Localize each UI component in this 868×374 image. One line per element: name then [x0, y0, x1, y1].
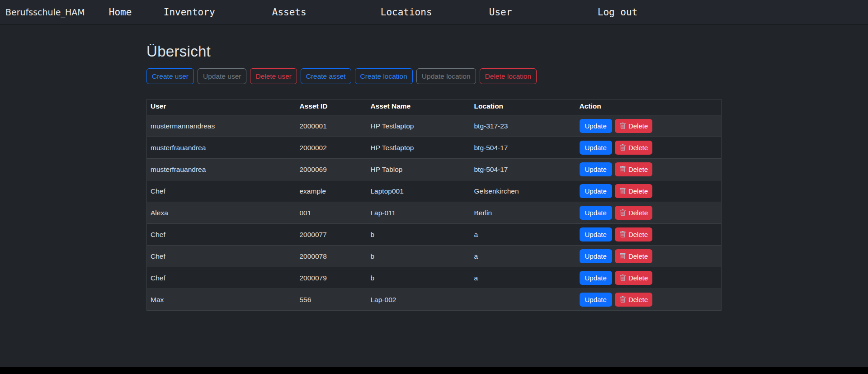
- cell-user: musterfrauandrea: [147, 137, 296, 159]
- app-background: Berufsschule_HAM HomeInventoryAssetsLoca…: [0, 0, 868, 367]
- delete-button-label: Delete: [628, 294, 648, 305]
- update-button[interactable]: Update: [580, 249, 612, 263]
- cell-location: [471, 289, 576, 311]
- cell-asset-id: 2000069: [296, 159, 367, 180]
- update-user-button[interactable]: Update user: [198, 68, 246, 84]
- nav-item-user[interactable]: User: [489, 7, 598, 18]
- cell-asset-name: HP Tablop: [367, 159, 471, 180]
- table-row: Chef2000078baUpdateDelete: [147, 246, 722, 267]
- delete-button[interactable]: Delete: [615, 227, 652, 241]
- update-button[interactable]: Update: [580, 227, 612, 241]
- nav-item-inventory[interactable]: Inventory: [164, 7, 272, 18]
- cell-asset-name: Lap-011: [367, 202, 471, 224]
- update-button[interactable]: Update: [580, 293, 612, 307]
- cell-asset-id: 2000079: [296, 267, 367, 289]
- delete-button-label: Delete: [628, 164, 648, 175]
- delete-button-label: Delete: [628, 273, 648, 283]
- cell-user: Max: [147, 289, 296, 311]
- top-navbar: Berufsschule_HAM HomeInventoryAssetsLoca…: [0, 0, 868, 25]
- cell-location: Berlin: [471, 202, 576, 224]
- cell-asset-name: Laptop001: [367, 180, 471, 202]
- nav-links: HomeInventoryAssetsLocationsUserLog out: [109, 7, 638, 18]
- cell-user: Chef: [147, 246, 296, 267]
- cell-location: a: [471, 224, 576, 246]
- cell-user: Chef: [147, 180, 296, 202]
- cell-location: a: [471, 246, 576, 267]
- cell-asset-name: HP Testlaptop: [367, 115, 471, 137]
- column-header-location: Location: [471, 99, 576, 115]
- nav-item-locations[interactable]: Locations: [381, 7, 489, 18]
- cell-location: btg-504-17: [471, 137, 576, 159]
- cell-asset-name: b: [367, 267, 471, 289]
- update-button[interactable]: Update: [580, 162, 612, 176]
- delete-button[interactable]: Delete: [615, 293, 652, 307]
- delete-button[interactable]: Delete: [615, 162, 652, 176]
- cell-action: UpdateDelete: [576, 224, 722, 246]
- action-toolbar: Create userUpdate userDelete userCreate …: [146, 68, 722, 84]
- column-header-action: Action: [576, 99, 722, 115]
- cell-asset-id: 556: [296, 289, 367, 311]
- cell-location: Gelsenkirchen: [471, 180, 576, 202]
- trash-icon: [619, 275, 626, 281]
- page-title: Übersicht: [146, 43, 722, 60]
- cell-asset-id: 001: [296, 202, 367, 224]
- cell-action: UpdateDelete: [576, 137, 722, 159]
- delete-button[interactable]: Delete: [615, 249, 652, 263]
- cell-asset-id: example: [296, 180, 367, 202]
- table-header-row: UserAsset IDAsset NameLocationAction: [147, 99, 722, 115]
- update-button[interactable]: Update: [580, 271, 612, 285]
- cell-asset-name: HP Testlaptop: [367, 137, 471, 159]
- update-button[interactable]: Update: [580, 119, 612, 133]
- cell-asset-name: b: [367, 224, 471, 246]
- assets-table: UserAsset IDAsset NameLocationAction mus…: [146, 99, 722, 311]
- cell-asset-name: Lap-002: [367, 289, 471, 311]
- delete-user-button[interactable]: Delete user: [250, 68, 297, 84]
- delete-button[interactable]: Delete: [615, 141, 652, 155]
- delete-button[interactable]: Delete: [615, 271, 652, 285]
- delete-location-button[interactable]: Delete location: [480, 68, 537, 84]
- trash-icon: [619, 188, 626, 194]
- cell-user: musterfrauandrea: [147, 159, 296, 180]
- create-asset-button[interactable]: Create asset: [301, 68, 351, 84]
- delete-button-label: Delete: [628, 251, 648, 261]
- trash-icon: [619, 209, 626, 216]
- delete-button-label: Delete: [628, 121, 648, 131]
- cell-location: btg-317-23: [471, 115, 576, 137]
- table-header: UserAsset IDAsset NameLocationAction: [147, 99, 722, 115]
- column-header-asset-id: Asset ID: [296, 99, 367, 115]
- cell-asset-id: 2000077: [296, 224, 367, 246]
- update-button[interactable]: Update: [580, 206, 612, 220]
- table-row: mustermannandreas2000001HP Testlaptopbtg…: [147, 115, 722, 137]
- table-row: Max556Lap-002UpdateDelete: [147, 289, 722, 311]
- cell-action: UpdateDelete: [576, 267, 722, 289]
- table-row: ChefexampleLaptop001GelsenkirchenUpdateD…: [147, 180, 722, 202]
- cell-user: Chef: [147, 267, 296, 289]
- cell-location: a: [471, 267, 576, 289]
- delete-button[interactable]: Delete: [615, 206, 652, 220]
- trash-icon: [619, 231, 626, 238]
- table-body: mustermannandreas2000001HP Testlaptopbtg…: [147, 115, 722, 311]
- update-button[interactable]: Update: [580, 141, 612, 155]
- table-row: musterfrauandrea2000069HP Tablopbtg-504-…: [147, 159, 722, 180]
- table-row: Alexa001Lap-011BerlinUpdateDelete: [147, 202, 722, 224]
- navbar-brand[interactable]: Berufsschule_HAM: [5, 7, 85, 17]
- trash-icon: [619, 166, 626, 173]
- nav-item-log-out[interactable]: Log out: [598, 7, 638, 18]
- create-user-button[interactable]: Create user: [146, 68, 194, 84]
- cell-action: UpdateDelete: [576, 115, 722, 137]
- cell-location: btg-504-17: [471, 159, 576, 180]
- delete-button[interactable]: Delete: [615, 184, 652, 198]
- cell-asset-id: 2000001: [296, 115, 367, 137]
- trash-icon: [619, 296, 626, 303]
- nav-item-assets[interactable]: Assets: [272, 7, 381, 18]
- delete-button[interactable]: Delete: [615, 119, 652, 133]
- update-location-button[interactable]: Update location: [416, 68, 476, 84]
- update-button[interactable]: Update: [580, 184, 612, 198]
- trash-icon: [619, 144, 626, 151]
- create-location-button[interactable]: Create location: [355, 68, 413, 84]
- main-container: Übersicht Create userUpdate userDelete u…: [146, 43, 722, 311]
- nav-item-home[interactable]: Home: [109, 7, 164, 18]
- delete-button-label: Delete: [628, 229, 648, 240]
- cell-action: UpdateDelete: [576, 180, 722, 202]
- column-header-asset-name: Asset Name: [367, 99, 471, 115]
